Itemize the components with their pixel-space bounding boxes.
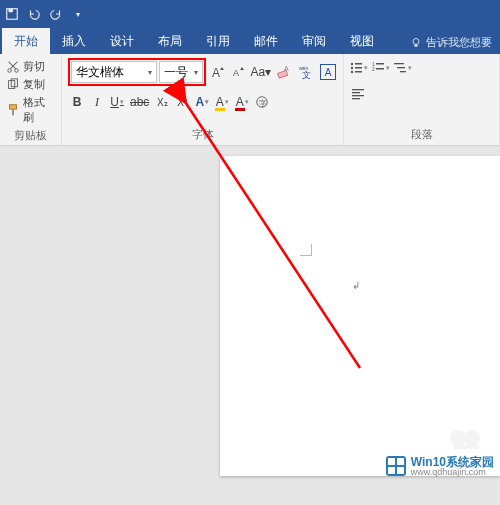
svg-text:A: A	[212, 66, 220, 80]
tab-review[interactable]: 审阅	[290, 28, 338, 54]
text-cursor-mark: ↲	[352, 280, 360, 291]
svg-point-4	[8, 68, 12, 72]
svg-rect-43	[397, 467, 404, 474]
format-painter-button[interactable]: 格式刷	[6, 94, 55, 126]
font-size-combo[interactable]: 一号 ▾	[159, 61, 203, 83]
copy-label: 复制	[23, 77, 45, 92]
tell-me-search[interactable]: 告诉我您想要	[404, 31, 498, 54]
svg-rect-31	[352, 89, 364, 90]
highlight-button[interactable]: A▾	[213, 92, 231, 112]
tell-me-label: 告诉我您想要	[426, 35, 492, 50]
subscript-button[interactable]: X₂	[153, 92, 171, 112]
group-clipboard-label: 剪贴板	[6, 126, 55, 146]
copy-icon	[6, 78, 20, 92]
annotation-highlight-box: 华文楷体 ▾ 一号 ▾	[68, 58, 206, 86]
tab-layout[interactable]: 布局	[146, 28, 194, 54]
watermark: Win10系统家园 www.qdhuajin.com	[385, 455, 494, 477]
svg-rect-42	[388, 467, 395, 474]
chevron-down-icon: ▾	[194, 68, 198, 77]
svg-rect-30	[400, 71, 406, 72]
svg-rect-1	[9, 9, 13, 13]
svg-rect-21	[355, 67, 362, 69]
format-painter-label: 格式刷	[23, 95, 55, 125]
svg-point-22	[350, 71, 352, 73]
change-case-button[interactable]: Aa▾	[250, 61, 271, 83]
multilevel-list-button[interactable]: ▾	[392, 58, 412, 78]
svg-text:文: 文	[302, 70, 311, 80]
eraser-icon: A	[276, 64, 292, 80]
ribbon: 剪切 复制 格式刷 剪贴板 华文楷体 ▾ 一	[0, 54, 500, 146]
tab-references[interactable]: 引用	[194, 28, 242, 54]
watermark-logo-icon	[385, 455, 407, 477]
tab-insert[interactable]: 插入	[50, 28, 98, 54]
svg-rect-29	[397, 67, 405, 68]
font-size-value: 一号	[164, 64, 188, 81]
phonetic-guide-button[interactable]: wén文	[297, 61, 315, 83]
svg-text:A: A	[284, 65, 289, 72]
svg-point-5	[15, 68, 19, 72]
group-font: 华文楷体 ▾ 一号 ▾ A A Aa▾	[62, 54, 344, 145]
superscript-button[interactable]: X²	[173, 92, 191, 112]
font-name-value: 华文楷体	[76, 64, 124, 81]
svg-rect-25	[376, 63, 384, 65]
svg-rect-33	[352, 95, 364, 96]
font-color-button[interactable]: A▾	[233, 92, 251, 112]
svg-text:A: A	[233, 68, 239, 78]
bullet-list-icon	[349, 61, 363, 75]
number-list-icon: 12	[371, 61, 385, 75]
svg-rect-34	[352, 98, 360, 99]
clear-format-button[interactable]: A	[276, 61, 294, 83]
svg-point-36	[450, 430, 466, 446]
qat-dropdown-icon[interactable]: ▾	[70, 6, 86, 22]
tab-mailings[interactable]: 邮件	[242, 28, 290, 54]
font-name-combo[interactable]: 华文楷体 ▾	[71, 61, 157, 83]
multilevel-icon	[393, 61, 407, 75]
shrink-font-icon: A	[230, 64, 246, 80]
workspace-gutter	[0, 146, 220, 505]
watermark-title: Win10系统家园	[411, 456, 494, 468]
change-case-label: Aa	[250, 65, 265, 79]
ribbon-tabs: 开始 插入 设计 布局 引用 邮件 审阅 视图 告诉我您想要	[0, 28, 500, 54]
svg-rect-27	[376, 68, 384, 70]
char-border-button[interactable]: A	[319, 61, 337, 83]
svg-point-37	[464, 430, 480, 446]
shrink-font-button[interactable]: A	[230, 61, 246, 83]
svg-rect-9	[12, 109, 14, 115]
save-icon[interactable]	[4, 6, 20, 22]
number-list-button[interactable]: 12▾	[370, 58, 390, 78]
italic-button[interactable]: I	[88, 92, 106, 112]
svg-rect-28	[394, 63, 404, 64]
strike-button[interactable]: abc	[128, 92, 151, 112]
group-font-label: 字体	[68, 125, 337, 145]
document-workspace: ↲	[0, 146, 500, 505]
cut-label: 剪切	[23, 59, 45, 74]
chevron-down-icon: ▾	[148, 68, 152, 77]
group-paragraph-label: 段落	[348, 125, 495, 145]
circled-char-button[interactable]: 字	[253, 92, 271, 112]
svg-rect-41	[397, 458, 404, 465]
tab-design[interactable]: 设计	[98, 28, 146, 54]
scissors-icon	[6, 60, 20, 74]
bullet-list-button[interactable]: ▾	[348, 58, 368, 78]
svg-rect-8	[10, 105, 17, 109]
align-left-button[interactable]	[348, 84, 368, 104]
margin-crop-mark	[300, 244, 312, 256]
char-border-a: A	[325, 67, 332, 78]
redo-icon[interactable]	[48, 6, 64, 22]
underline-button[interactable]: U▾	[108, 92, 126, 112]
grow-font-button[interactable]: A	[210, 61, 226, 83]
bold-button[interactable]: B	[68, 92, 86, 112]
cut-button[interactable]: 剪切	[6, 58, 55, 75]
tab-home[interactable]: 开始	[2, 28, 50, 54]
tab-view[interactable]: 视图	[338, 28, 386, 54]
watermark-url: www.qdhuajin.com	[411, 468, 494, 477]
copy-button[interactable]: 复制	[6, 76, 55, 93]
phonetic-icon: wén文	[298, 64, 314, 80]
quick-access-toolbar: ▾	[4, 6, 86, 22]
group-paragraph: ▾ 12▾ ▾ 段落	[344, 54, 500, 145]
svg-rect-23	[355, 71, 362, 73]
svg-point-18	[350, 63, 352, 65]
svg-point-2	[413, 38, 419, 44]
text-effects-button[interactable]: A▾	[193, 92, 211, 112]
undo-icon[interactable]	[26, 6, 42, 22]
